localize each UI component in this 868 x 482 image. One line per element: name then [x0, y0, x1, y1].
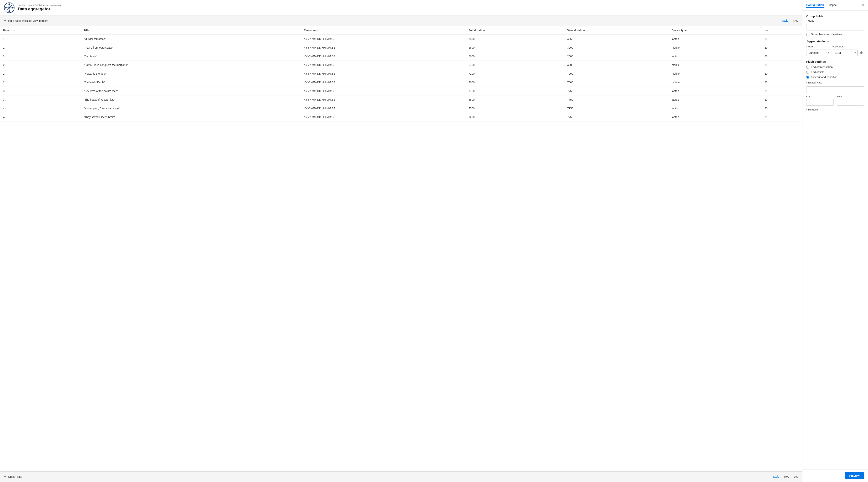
table-cell: laptop [669, 113, 761, 122]
output-tab-table[interactable]: Table [773, 474, 779, 479]
table-cell: 20 [761, 35, 802, 43]
table-cell: YYYY-MM-DD HH:MM:SS [301, 95, 466, 104]
table-row: 2"Bad taste"YYYY-MM-DD HH:MM:SS56002600l… [0, 52, 802, 61]
timeout-and-condition-label: Timeout and condition [811, 75, 837, 79]
table-row: 4"Kidnapping, Caucasian style!"YYYY-MM-D… [0, 104, 802, 113]
day-label: Day [806, 95, 834, 98]
output-tab-log[interactable]: Log [794, 474, 798, 479]
table-cell: 2 [0, 52, 81, 61]
timezone-row: * Timezone: [806, 108, 864, 111]
field-col-label: * Field [806, 45, 830, 48]
group-date-checkbox[interactable] [806, 33, 809, 36]
panel-content: Group fields * Fields Group based on dat… [802, 10, 868, 470]
table-cell: YYYY-MM-DD HH:MM:SS [301, 69, 466, 78]
output-tab-tree[interactable]: Tree [784, 474, 789, 479]
table-row: 2"Santa Claus conquers the martians"YYYY… [0, 61, 802, 69]
app-logo [4, 2, 15, 13]
table-cell: 20 [761, 87, 802, 95]
preview-button[interactable]: Preview [845, 472, 864, 479]
table-row: 2"Howards the duck"YYYY-MM-DD HH:MM:SS72… [0, 69, 802, 78]
day-input[interactable] [806, 99, 834, 106]
aggregate-fields-title: Aggregate fields [806, 40, 864, 43]
table-cell: "Battlefield Earth" [81, 78, 301, 87]
table-cell: "Bad taste" [81, 52, 301, 61]
input-section-header[interactable]: ▼ Input data: calculate view percent Tab… [0, 15, 802, 26]
table-cell: 2 [0, 78, 81, 87]
timeout-type-input[interactable] [806, 86, 864, 93]
operation-select[interactable]: SUM AVG MIN MAX COUNT [833, 50, 858, 56]
panel-tab-configuration[interactable]: Configuration [806, 3, 824, 8]
table-cell: "Howards the duck" [81, 69, 301, 78]
table-cell: 7000 [564, 78, 669, 87]
table-cell: 7750 [564, 95, 669, 104]
output-section-tabs: Table Tree Log [773, 474, 798, 479]
input-section-label: Input data: calculate view percent [8, 19, 48, 22]
table-cell: "The beast of Yucca Flats" [81, 95, 301, 104]
table-header-row: User id ⇅ Title Timestamp Full duration [0, 26, 802, 35]
table-cell: 7500 [465, 104, 564, 113]
table-cell: laptop [669, 95, 761, 104]
sort-icon-user-id[interactable]: ⇅ [14, 30, 15, 32]
table-cell: YYYY-MM-DD HH:MM:SS [301, 87, 466, 95]
time-input[interactable] [837, 99, 864, 106]
timeout-and-condition-radio[interactable] [806, 75, 809, 79]
col-header-user-id: User id ⇅ [0, 26, 81, 35]
table-cell: 3 [0, 87, 81, 95]
table-cell: 5600 [465, 52, 564, 61]
table-cell: 7000 [465, 78, 564, 87]
table-cell: mobile [669, 78, 761, 87]
table-cell: 20 [761, 104, 802, 113]
data-table-container: User id ⇅ Title Timestamp Full duration [0, 26, 802, 122]
output-section-chevron-icon: ▼ [4, 476, 6, 478]
group-fields-title: Group fields [806, 14, 864, 18]
col-header-extra: co [761, 26, 802, 35]
operation-col-label: * Operation [832, 45, 856, 48]
aggregate-field-row: Duration Full duration View duration SUM… [806, 50, 864, 56]
end-of-transaction-radio[interactable] [806, 66, 809, 69]
table-cell: 7200 [564, 69, 669, 78]
fields-input-label: * Fields [806, 20, 864, 23]
output-section-label: Output data [8, 475, 22, 478]
table-cell: mobile [669, 43, 761, 52]
input-tab-tree[interactable]: Tree [793, 18, 798, 23]
close-button[interactable]: × [862, 3, 864, 7]
output-section-left: ▼ Output data [4, 475, 22, 478]
field-select[interactable]: Duration Full duration View duration [806, 50, 831, 56]
table-cell: 7200 [465, 113, 564, 122]
input-section-header-left: ▼ Input data: calculate view percent [4, 19, 48, 22]
table-cell: laptop [669, 87, 761, 95]
table-cell: 3 [0, 95, 81, 104]
table-cell: 7750 [465, 87, 564, 95]
output-section: ▼ Output data Table Tree Log [0, 472, 802, 482]
table-cell: "Plan 9 from outerspace" [81, 43, 301, 52]
col-header-full-duration: Full duration [465, 26, 564, 35]
table-cell: YYYY-MM-DD HH:MM:SS [301, 52, 466, 61]
fields-input[interactable] [806, 24, 864, 30]
field-select-wrap: Duration Full duration View duration [806, 50, 831, 56]
flush-settings-title: Flush settings [806, 60, 864, 63]
table-cell: 2600 [564, 52, 669, 61]
panel-tab-inspect[interactable]: Inspect [829, 3, 837, 8]
table-cell: laptop [669, 104, 761, 113]
table-cell: "Sex lives of the potato men" [81, 87, 301, 95]
table-row: 2"Battlefield Earth"YYYY-MM-DD HH:MM:SS7… [0, 78, 802, 87]
table-cell: "Santa Claus conquers the martians" [81, 61, 301, 69]
page-title: Data aggregator [18, 6, 61, 11]
delete-aggregate-field-button[interactable]: 🗑 [859, 50, 864, 55]
table-cell: 7750 [564, 113, 669, 122]
main-area: Solution name / Cultflicks video streami… [0, 0, 802, 482]
day-col: Day [806, 95, 834, 106]
table-cell: 5500 [465, 95, 564, 104]
breadcrumb: Solution name / Cultflicks video streami… [18, 4, 61, 6]
table-cell: 6700 [465, 61, 564, 69]
radio-timeout-and-condition: Timeout and condition [806, 75, 864, 79]
table-cell: YYYY-MM-DD HH:MM:SS [301, 35, 466, 43]
timezone-label: * Timezone: [806, 108, 864, 111]
table-row: 1"Plan 9 from outerspace"YYYY-MM-DD HH:M… [0, 43, 802, 52]
col-header-device-type: Device type [669, 26, 761, 35]
input-tab-table[interactable]: Table [782, 18, 788, 23]
end-of-field-radio[interactable] [806, 70, 809, 74]
table-cell: 3000 [564, 43, 669, 52]
table-cell: YYYY-MM-DD HH:MM:SS [301, 78, 466, 87]
table-cell: 4 [0, 113, 81, 122]
